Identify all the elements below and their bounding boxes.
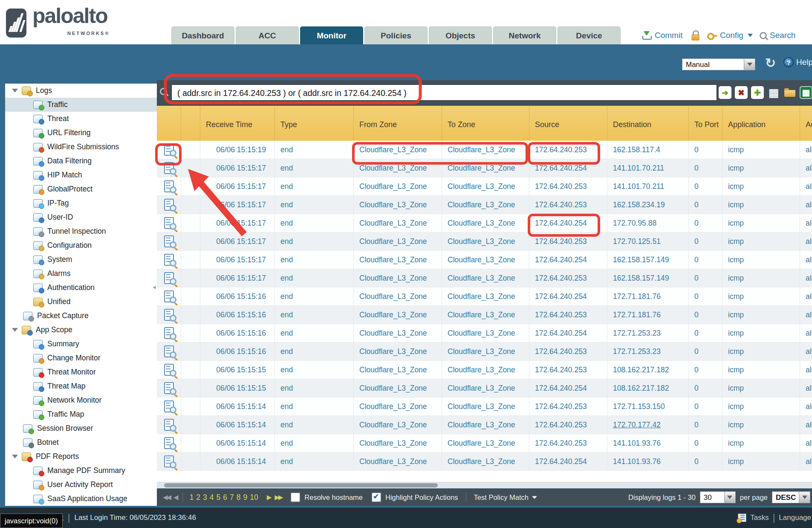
log-detail-icon[interactable] bbox=[164, 290, 174, 302]
log-detail-icon[interactable] bbox=[164, 455, 174, 467]
last-page-icon[interactable]: ▶▶ bbox=[275, 493, 282, 501]
sidebar-item-system[interactable]: System bbox=[5, 252, 157, 267]
search-button[interactable]: Search bbox=[760, 26, 795, 44]
horizontal-scrollbar[interactable] bbox=[157, 482, 812, 488]
sidebar-item-globalprotect[interactable]: GlobalProtect bbox=[5, 182, 157, 196]
sidebar-item-botnet[interactable]: Botnet bbox=[5, 435, 157, 450]
prev-page-icon[interactable]: ◀ bbox=[173, 493, 177, 501]
log-detail-icon[interactable] bbox=[164, 364, 174, 376]
sidebar-item-hip-match[interactable]: HIP Match bbox=[5, 168, 157, 182]
log-detail-icon[interactable] bbox=[164, 419, 174, 431]
per-page-dropdown-button[interactable] bbox=[725, 491, 736, 503]
sidebar-item-manage-pdf-summary[interactable]: Manage PDF Summary bbox=[5, 464, 157, 478]
sidebar-item-data-filtering[interactable]: Data Filtering bbox=[5, 154, 157, 168]
expanded-triangle-icon[interactable] bbox=[12, 328, 18, 332]
refresh-icon[interactable]: ↻ bbox=[765, 55, 776, 70]
column-header-receive-time[interactable]: Receive Time bbox=[200, 106, 275, 141]
apply-filter-icon[interactable]: ➜ bbox=[719, 86, 731, 99]
log-detail-icon[interactable] bbox=[164, 327, 174, 339]
column-header-action[interactable]: Action bbox=[800, 106, 812, 141]
tab-dashboard[interactable]: Dashboard bbox=[171, 26, 234, 44]
sidebar-item-session-browser[interactable]: Session Browser bbox=[5, 421, 157, 435]
log-detail-icon[interactable] bbox=[164, 345, 174, 357]
log-detail-icon[interactable] bbox=[164, 144, 174, 156]
sidebar-item-summary[interactable]: Summary bbox=[5, 337, 157, 351]
sidebar-item-app-scope[interactable]: App Scope bbox=[5, 323, 157, 337]
sidebar-item-user-id[interactable]: User-ID bbox=[5, 210, 157, 224]
sidebar-item-tunnel-inspection[interactable]: Tunnel Inspection bbox=[5, 224, 157, 238]
sort-order-select[interactable]: DESC bbox=[772, 491, 810, 503]
column-header-from-zone[interactable]: From Zone bbox=[354, 106, 442, 141]
sidebar-item-packet-capture[interactable]: Packet Capture bbox=[5, 309, 157, 323]
log-detail-icon[interactable] bbox=[164, 309, 174, 321]
config-menu-button[interactable]: Config bbox=[707, 26, 753, 44]
lock-button[interactable] bbox=[691, 26, 699, 44]
sidebar-item-saas-application-usage[interactable]: SaaS Application Usage bbox=[5, 492, 157, 506]
clear-filter-icon[interactable]: ✖ bbox=[735, 86, 748, 99]
next-page-icon[interactable]: ▶ bbox=[267, 493, 271, 501]
test-policy-match-button[interactable]: Test Policy Match bbox=[474, 493, 529, 502]
sidebar-item-user-activity-report[interactable]: User Activity Report bbox=[5, 478, 157, 492]
sidebar-item-threat-monitor[interactable]: Threat Monitor bbox=[5, 365, 157, 379]
log-detail-icon[interactable] bbox=[164, 199, 174, 211]
column-header-source[interactable]: Source bbox=[529, 106, 607, 141]
page-number-2[interactable]: 2 bbox=[196, 493, 200, 502]
page-number-10[interactable]: 10 bbox=[250, 493, 258, 502]
sidebar-item-configuration[interactable]: Configuration bbox=[5, 238, 157, 252]
tab-objects[interactable]: Objects bbox=[429, 26, 492, 44]
sidebar-item-change-monitor[interactable]: Change Monitor bbox=[5, 351, 157, 365]
column-header-type[interactable]: Type bbox=[275, 106, 354, 141]
sidebar-item-network-monitor[interactable]: Network Monitor bbox=[5, 393, 157, 407]
sidebar-collapse-handle[interactable]: ◂ bbox=[153, 283, 156, 291]
sidebar-item-logs[interactable]: Logs bbox=[5, 84, 157, 98]
load-filter-folder-icon[interactable] bbox=[783, 86, 796, 99]
log-detail-icon[interactable] bbox=[164, 235, 174, 247]
export-spreadsheet-icon[interactable]: ▦ bbox=[800, 86, 812, 99]
log-detail-icon[interactable] bbox=[164, 180, 174, 192]
column-header-to-zone[interactable]: To Zone bbox=[442, 106, 529, 141]
per-page-select[interactable]: 30 bbox=[700, 491, 736, 503]
sidebar-item-traffic[interactable]: Traffic bbox=[5, 98, 157, 112]
sidebar-item-traffic-map[interactable]: Traffic Map bbox=[5, 407, 157, 421]
column-header-to-port[interactable]: To Port bbox=[689, 106, 722, 141]
language-button[interactable]: Language bbox=[779, 513, 811, 522]
log-detail-icon[interactable] bbox=[164, 217, 174, 229]
log-detail-icon[interactable] bbox=[164, 254, 174, 266]
add-filter-icon[interactable]: ✚ bbox=[751, 86, 764, 99]
sort-order-dropdown-button[interactable] bbox=[799, 491, 810, 503]
column-header-destination[interactable]: Destination bbox=[607, 106, 689, 141]
tab-device[interactable]: Device bbox=[558, 26, 621, 44]
sidebar-item-unified[interactable]: Unified bbox=[5, 295, 157, 309]
log-filter-input[interactable]: ( addr.src in 172.64.240.253 ) or ( addr… bbox=[171, 84, 717, 101]
page-number-9[interactable]: 9 bbox=[243, 493, 248, 502]
cell-destination[interactable]: 172.70.177.42 bbox=[613, 421, 661, 429]
log-detail-icon[interactable] bbox=[164, 162, 174, 174]
help-button[interactable]: ? Help bbox=[783, 57, 812, 67]
log-detail-icon[interactable] bbox=[164, 272, 174, 284]
log-detail-icon[interactable] bbox=[164, 437, 174, 449]
sidebar-item-alarms[interactable]: Alarms bbox=[5, 267, 157, 281]
page-number-8[interactable]: 8 bbox=[237, 493, 241, 502]
tab-network[interactable]: Network bbox=[493, 26, 556, 44]
first-page-icon[interactable]: ◀◀ bbox=[163, 493, 170, 501]
commit-button[interactable]: Commit bbox=[642, 26, 682, 44]
refresh-mode-dropdown-button[interactable] bbox=[744, 58, 755, 70]
scrollbar-thumb[interactable] bbox=[164, 483, 438, 487]
page-number-5[interactable]: 5 bbox=[217, 493, 221, 502]
tab-policies[interactable]: Policies bbox=[364, 26, 428, 44]
page-number-4[interactable]: 4 bbox=[210, 493, 214, 502]
tab-acc[interactable]: ACC bbox=[236, 26, 299, 44]
page-number-6[interactable]: 6 bbox=[223, 493, 227, 502]
page-number-3[interactable]: 3 bbox=[203, 493, 207, 502]
sidebar-item-ip-tag[interactable]: IP-Tag bbox=[5, 196, 157, 210]
sidebar-item-authentication[interactable]: Authentication bbox=[5, 281, 157, 295]
page-number-1[interactable]: 1 bbox=[190, 493, 194, 502]
sidebar-item-url-filtering[interactable]: URL Filtering bbox=[5, 126, 157, 140]
page-number-7[interactable]: 7 bbox=[230, 493, 234, 502]
expanded-triangle-icon[interactable] bbox=[12, 89, 18, 93]
sidebar-item-pdf-reports[interactable]: PDF Reports bbox=[5, 450, 157, 464]
log-detail-icon[interactable] bbox=[164, 400, 174, 412]
refresh-mode-select[interactable]: Manual bbox=[682, 58, 755, 70]
expanded-triangle-icon[interactable] bbox=[12, 455, 18, 458]
column-header-application[interactable]: Application bbox=[722, 106, 800, 141]
